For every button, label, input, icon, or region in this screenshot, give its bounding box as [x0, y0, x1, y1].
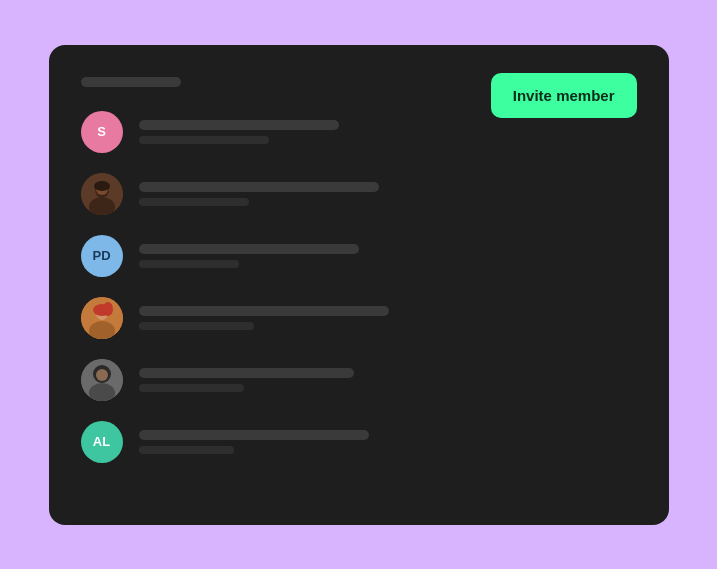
avatar: AL — [81, 421, 123, 463]
role-bar — [139, 136, 269, 144]
avatar: S — [81, 111, 123, 153]
avatar — [81, 297, 123, 339]
role-bar — [139, 260, 239, 268]
avatar — [81, 359, 123, 401]
avatar — [81, 173, 123, 215]
role-bar — [139, 384, 244, 392]
svg-point-12 — [96, 369, 108, 381]
list-item: AL — [81, 421, 637, 463]
avatar: PD — [81, 235, 123, 277]
section-title-bar — [81, 77, 181, 87]
name-bar — [139, 368, 354, 378]
name-bar — [139, 244, 359, 254]
member-info — [139, 244, 359, 268]
svg-point-8 — [103, 302, 113, 316]
member-info — [139, 182, 379, 206]
member-info — [139, 120, 339, 144]
list-item — [81, 297, 637, 339]
name-bar — [139, 120, 339, 130]
invite-member-button[interactable]: Invite member — [491, 73, 637, 118]
list-item: PD — [81, 235, 637, 277]
member-info — [139, 306, 389, 330]
role-bar — [139, 198, 249, 206]
member-info — [139, 368, 354, 392]
svg-point-4 — [94, 181, 110, 191]
name-bar — [139, 306, 389, 316]
member-info — [139, 430, 369, 454]
name-bar — [139, 430, 369, 440]
members-card: Invite member S — [49, 45, 669, 525]
role-bar — [139, 446, 234, 454]
member-list: S PD — [81, 111, 637, 463]
role-bar — [139, 322, 254, 330]
list-item — [81, 359, 637, 401]
name-bar — [139, 182, 379, 192]
list-item — [81, 173, 637, 215]
